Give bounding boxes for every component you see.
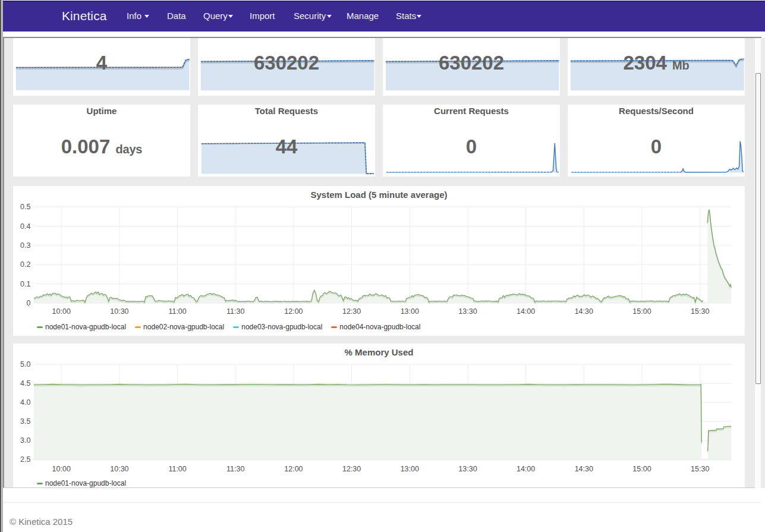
svg-text:0: 0 <box>27 299 31 307</box>
svg-text:12:30: 12:30 <box>342 465 361 473</box>
svg-text:12:00: 12:00 <box>284 465 303 473</box>
svg-text:10:00: 10:00 <box>52 465 71 473</box>
svg-text:4.5: 4.5 <box>20 379 30 388</box>
svg-text:13:00: 13:00 <box>401 307 419 316</box>
svg-text:13:30: 13:30 <box>458 307 477 316</box>
svg-text:14:00: 14:00 <box>517 465 535 473</box>
svg-text:13:30: 13:30 <box>458 465 477 473</box>
svg-text:0.5: 0.5 <box>20 203 30 211</box>
svg-text:10:30: 10:30 <box>110 307 128 316</box>
svg-text:12:00: 12:00 <box>284 307 303 316</box>
svg-text:14:30: 14:30 <box>575 465 593 473</box>
svg-text:3.0: 3.0 <box>20 436 30 445</box>
svg-text:10:30: 10:30 <box>110 465 128 473</box>
svg-text:12:30: 12:30 <box>342 307 361 316</box>
svg-text:10:00: 10:00 <box>52 307 71 316</box>
svg-text:0.1: 0.1 <box>20 280 30 288</box>
svg-text:3.5: 3.5 <box>20 417 30 426</box>
svg-text:11:00: 11:00 <box>168 307 186 316</box>
svg-text:0.4: 0.4 <box>20 222 30 231</box>
svg-text:11:30: 11:30 <box>226 307 244 316</box>
svg-text:15:30: 15:30 <box>691 465 709 473</box>
svg-text:4.0: 4.0 <box>20 398 30 407</box>
svg-text:13:00: 13:00 <box>401 465 419 473</box>
svg-text:0.2: 0.2 <box>20 260 30 269</box>
svg-text:11:30: 11:30 <box>226 465 244 473</box>
svg-text:11:00: 11:00 <box>168 465 186 473</box>
svg-text:15:00: 15:00 <box>632 465 651 473</box>
svg-text:14:30: 14:30 <box>575 307 593 316</box>
svg-text:14:00: 14:00 <box>517 307 535 316</box>
svg-text:0.3: 0.3 <box>20 241 30 250</box>
svg-text:5.0: 5.0 <box>20 360 30 369</box>
svg-text:15:00: 15:00 <box>632 307 651 316</box>
svg-text:2.5: 2.5 <box>20 455 30 464</box>
svg-text:15:30: 15:30 <box>691 307 709 316</box>
